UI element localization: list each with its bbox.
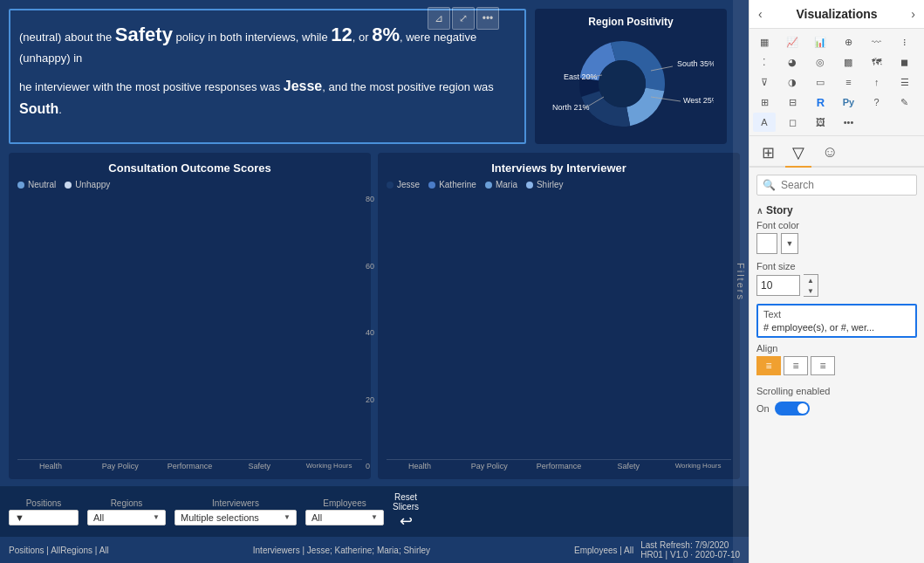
viz-icon-map[interactable]: 🗺 [866, 52, 888, 72]
more-icon[interactable]: ••• [476, 7, 499, 30]
legend-jesse: Jesse [387, 180, 420, 189]
viz-nav-forward[interactable]: › [911, 7, 915, 21]
filter-interviewers-group: Interviewers Multiple selections ▼ [175, 498, 297, 525]
filter-regions-select[interactable]: All ▼ [87, 510, 166, 525]
story-section-header[interactable]: ∧ Story [756, 199, 917, 220]
font-size-decrement[interactable]: ▼ [804, 285, 818, 296]
top-content: (neutral) about the Safety policy in bot… [0, 0, 749, 153]
filter-positions-group: Positions ▼ [9, 498, 79, 525]
viz-nav-back[interactable]: ‹ [758, 7, 763, 21]
viz-icon-waterfall[interactable]: ⫶ [893, 32, 916, 51]
search-icon: 🔍 [763, 179, 776, 191]
expand-icon[interactable]: ⤢ [452, 7, 475, 30]
text-box-value[interactable]: # employee(s), or #, wer... [763, 322, 910, 333]
main-area: ⊿ ⤢ ••• Filters (neutral) about the Safe… [0, 0, 749, 563]
status-refresh-version: Last Refresh: 7/9/2020 HR01 | V1.0 · 202… [640, 540, 740, 560]
viz-icon-more[interactable]: ••• [837, 113, 859, 132]
viz-icon-multirow[interactable]: ≡ [837, 72, 859, 92]
tab-fields[interactable]: ⊞ [755, 140, 782, 168]
align-right-button[interactable]: ≡ [811, 356, 835, 375]
scrolling-control: On [756, 402, 917, 415]
viz-icon-pie[interactable]: ◕ [781, 52, 804, 72]
reset-icon: ↩ [400, 512, 413, 531]
status-refresh: Last Refresh: 7/9/2020 [640, 540, 729, 550]
scrolling-on-label: On [756, 403, 770, 414]
status-interviewers-label: Interviewers [253, 546, 300, 555]
svg-text:West 25%: West 25% [683, 96, 714, 105]
font-color-control: ▼ [756, 233, 917, 254]
filter-employees-group: Employees All ▼ [305, 498, 384, 525]
chart1-legend: Neutral Unhappy [17, 180, 362, 189]
legend-maria: Maria [485, 180, 517, 189]
viz-icon-smart-narrative[interactable]: ✎ [893, 93, 916, 112]
viz-icon-filled-map[interactable]: ◼ [893, 52, 916, 72]
viz-icon-r-visual[interactable]: R [809, 93, 832, 112]
search-box[interactable]: 🔍 [756, 175, 917, 196]
viz-icon-combo[interactable]: ⊕ [837, 32, 859, 51]
status-regions-label: Regions [60, 546, 92, 555]
viz-icon-kpi[interactable]: ↑ [866, 72, 888, 92]
chart2-label-safety: Safety [595, 462, 661, 470]
viz-icon-python[interactable]: Py [837, 93, 859, 112]
viz-icon-card[interactable]: ▭ [809, 72, 832, 92]
viz-icon-table[interactable]: ⊞ [753, 93, 776, 112]
viz-icon-image[interactable]: 🖼 [809, 113, 832, 132]
viz-icon-donut[interactable]: ◎ [809, 52, 832, 72]
filter-regions-group: Regions All ▼ [87, 498, 166, 525]
tab-format[interactable]: ▽ [785, 140, 811, 168]
viz-icon-treemap[interactable]: ▩ [837, 52, 859, 72]
filter-positions-select[interactable]: ▼ [9, 510, 79, 525]
donut-panel: Region Positivity [535, 9, 727, 144]
chart2-legend: Jesse Katherine Maria Shirley [387, 180, 731, 189]
story-section: ∧ Story Font color ▼ Font size 10 ▲ ▼ [749, 199, 924, 415]
viz-icon-text[interactable]: A [753, 113, 776, 132]
viz-icon-ribbon[interactable]: 〰 [866, 32, 888, 51]
text-line2: he interviewer with the most positive re… [19, 75, 516, 120]
employees-arrow-icon: ▼ [371, 513, 378, 521]
filter-positions-value: ▼ [15, 512, 24, 523]
legend-katherine: Katherine [428, 180, 476, 189]
search-input[interactable] [781, 179, 912, 191]
filter-icon[interactable]: ⊿ [428, 7, 450, 30]
filter-regions-label: Regions [87, 498, 166, 508]
viz-icon-funnel[interactable]: ⊽ [753, 72, 776, 92]
viz-icon-matrix[interactable]: ⊟ [781, 93, 804, 112]
viz-icon-qa[interactable]: ? [866, 93, 888, 112]
tab-analytics[interactable]: ☺ [815, 140, 845, 168]
viz-icon-stacked-bar[interactable]: ▦ [753, 32, 776, 51]
font-size-row: Font size 10 ▲ ▼ [756, 261, 917, 297]
filter-positions-label: Positions [9, 498, 79, 508]
font-size-input[interactable]: 10 [756, 275, 800, 296]
filter-interviewers-select[interactable]: Multiple selections ▼ [175, 510, 297, 525]
viz-icon-gauge[interactable]: ◑ [781, 72, 804, 92]
filter-employees-select[interactable]: All ▼ [305, 510, 384, 525]
top-toolbar: ⊿ ⤢ ••• [428, 7, 499, 30]
filters-sidebar: Filters [733, 0, 749, 563]
chart2-label-paypolicy: Pay Policy [456, 462, 523, 470]
font-color-swatch[interactable] [756, 233, 777, 254]
scrolling-toggle[interactable] [775, 402, 810, 415]
status-bar: Positions | All Regions | All Interviewe… [0, 537, 749, 563]
viz-icon-slicer[interactable]: ☰ [893, 72, 916, 92]
chart2-x-labels: Health Pay Policy Performance Safety Wor… [387, 462, 731, 470]
chart1-label-health: Health [17, 462, 84, 470]
legend-unhappy: Unhappy [65, 180, 110, 189]
font-size-increment[interactable]: ▲ [804, 275, 818, 285]
text-property-box[interactable]: Text # employee(s), or #, wer... [756, 304, 917, 338]
viz-icon-line[interactable]: 📈 [781, 32, 804, 51]
align-buttons: ≡ ≡ ≡ [756, 356, 917, 375]
chart2-panel: Interviews by Interviewer Jesse Katherin… [378, 153, 740, 479]
reset-slicers-button[interactable]: Reset Slicers ↩ [393, 492, 419, 531]
font-color-dropdown[interactable]: ▼ [781, 233, 798, 254]
viz-icon-shapes[interactable]: ◻ [781, 113, 804, 132]
align-left-button[interactable]: ≡ [756, 356, 781, 375]
filter-employees-value: All [311, 512, 322, 523]
viz-icon-bar[interactable]: 📊 [809, 32, 832, 51]
chart1-panel: Consultation Outcome Scores Neutral Unha… [9, 153, 371, 479]
align-center-button[interactable]: ≡ [784, 356, 808, 375]
chart1-title: Consultation Outcome Scores [17, 161, 362, 175]
viz-icon-scatter[interactable]: ⁚ [753, 52, 776, 72]
shirley-dot [526, 182, 533, 189]
chart2-bars-container: 806040200 [387, 195, 731, 470]
font-size-control: 10 ▲ ▼ [756, 274, 917, 297]
